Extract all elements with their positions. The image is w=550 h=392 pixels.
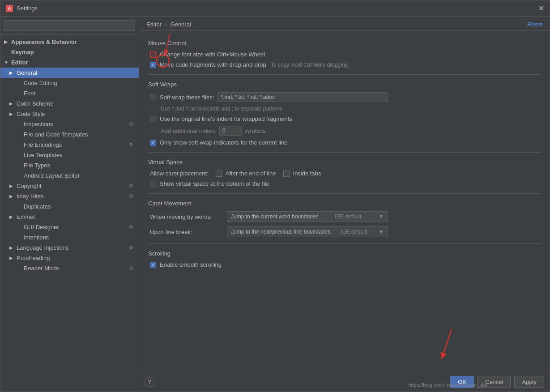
breadcrumb-separator: › bbox=[165, 21, 167, 28]
allow-caret-row: Allow caret placement: After the end of … bbox=[148, 170, 541, 177]
help-button[interactable]: ? bbox=[145, 377, 154, 387]
sidebar-item-editor[interactable]: ▼ Editor bbox=[0, 57, 139, 68]
checkbox-icon bbox=[150, 94, 156, 100]
sidebar-item-android-layout-editor[interactable]: Android Layout Editor bbox=[0, 170, 139, 181]
scrolling-title: Scrolling bbox=[148, 250, 541, 257]
settings-badge-icon: ⚙ bbox=[129, 121, 133, 127]
upon-line-dropdown[interactable]: Jump to the next/previous line boundarie… bbox=[227, 226, 388, 237]
change-font-size-row: Change font size with Ctrl+Mouse Wheel bbox=[148, 51, 541, 58]
chevron-down-icon: ▼ bbox=[379, 229, 384, 235]
when-moving-row: When moving by words: Jump to the curren… bbox=[148, 211, 541, 222]
checkbox-icon bbox=[216, 170, 222, 177]
soft-wrap-input[interactable] bbox=[217, 92, 388, 102]
settings-window: A Settings ✕ ▶ Appearance & Behavior Key… bbox=[0, 0, 550, 392]
close-button[interactable]: ✕ bbox=[538, 4, 544, 13]
when-moving-label: When moving by words: bbox=[150, 213, 222, 220]
sidebar-item-language-injections[interactable]: ▶ Language Injections ⚙ bbox=[0, 243, 139, 253]
sidebar-item-label: Language Injections bbox=[17, 244, 68, 251]
soft-wrap-files-checkbox[interactable]: Soft-wrap these files: bbox=[150, 94, 214, 101]
divider bbox=[148, 243, 541, 244]
sidebar-item-inlay-hints[interactable]: ▶ Inlay Hints ⚙ bbox=[0, 191, 139, 201]
sidebar-item-duplicates[interactable]: Duplicates bbox=[0, 201, 139, 212]
checkbox-icon bbox=[150, 62, 156, 68]
show-virtual-checkbox[interactable]: Show virtual space at the bottom of the … bbox=[150, 180, 269, 187]
settings-badge-icon: ⚙ bbox=[129, 193, 133, 199]
sidebar-item-code-style[interactable]: ▶ Code Style bbox=[0, 109, 139, 119]
checkbox-icon bbox=[150, 262, 156, 268]
when-moving-ide-hint: IDE default bbox=[335, 213, 361, 220]
sidebar-item-label: Proofreading bbox=[17, 255, 50, 261]
annotation-arrow-ok bbox=[434, 329, 460, 365]
url-bar: https://blog.csdn.net/yerenyuan_pku bbox=[408, 382, 487, 388]
search-input[interactable] bbox=[4, 20, 135, 31]
sidebar-item-gui-designer[interactable]: GUI Designer ⚙ bbox=[0, 222, 139, 232]
sidebar-item-reader-mode[interactable]: Reader Mode ⚙ bbox=[0, 263, 139, 273]
main-content: ▶ Appearance & Behavior Keymap ▼ Editor … bbox=[0, 17, 550, 392]
indent-input[interactable] bbox=[219, 126, 242, 136]
sidebar-item-intentions[interactable]: Intentions bbox=[0, 232, 139, 243]
panel-body: Mouse Control Change font size with Ctrl… bbox=[139, 31, 550, 372]
sidebar-item-proofreading[interactable]: ▶ Proofreading bbox=[0, 253, 139, 263]
inside-tabs-checkbox[interactable]: Inside tabs bbox=[283, 170, 321, 177]
sidebar-item-code-editing[interactable]: Code Editing bbox=[0, 78, 139, 88]
chevron-icon: ▶ bbox=[9, 70, 15, 75]
after-end-checkbox[interactable]: After the end of line bbox=[216, 170, 276, 177]
sidebar: ▶ Appearance & Behavior Keymap ▼ Editor … bbox=[0, 17, 139, 392]
original-indent-checkbox[interactable]: Use the original line's indent for wrapp… bbox=[150, 115, 292, 122]
sidebar-item-label: Font bbox=[24, 90, 35, 97]
breadcrumb-parent: Editor bbox=[146, 21, 162, 28]
soft-wrap-indicators-checkbox[interactable]: Only show soft-wrap indicators for the c… bbox=[150, 139, 287, 146]
move-code-checkbox[interactable]: Move code fragments with drag-and-drop bbox=[150, 61, 266, 68]
svg-line-2 bbox=[443, 329, 452, 356]
sidebar-item-color-scheme[interactable]: ▶ Color Scheme bbox=[0, 98, 139, 109]
smooth-scrolling-row: Enable smooth scrolling bbox=[148, 261, 541, 268]
sidebar-item-label: Reader Mode bbox=[24, 265, 59, 272]
settings-badge-icon: ⚙ bbox=[129, 142, 133, 148]
sidebar-item-file-encodings[interactable]: File Encodings ⚙ bbox=[0, 140, 139, 150]
chevron-icon: ▶ bbox=[4, 39, 9, 44]
sidebar-item-keymap[interactable]: Keymap bbox=[0, 47, 139, 57]
sidebar-item-label: Keymap bbox=[11, 49, 34, 55]
allow-caret-label: Allow caret placement: bbox=[150, 170, 209, 177]
apply-button[interactable]: Apply bbox=[514, 376, 544, 388]
sidebar-item-label: GUI Designer bbox=[24, 224, 59, 230]
sidebar-item-copyright[interactable]: ▶ Copyright ⚙ bbox=[0, 181, 139, 191]
checkbox-icon bbox=[150, 116, 156, 122]
reset-button[interactable]: Reset bbox=[527, 21, 542, 28]
smooth-scrolling-label: Enable smooth scrolling bbox=[160, 261, 222, 268]
soft-wraps-title: Soft Wraps bbox=[148, 81, 541, 88]
change-font-size-checkbox[interactable]: Change font size with Ctrl+Mouse Wheel bbox=[150, 51, 265, 58]
chevron-icon: ▶ bbox=[9, 214, 15, 219]
when-moving-value: Jump to the current word boundaries bbox=[231, 213, 318, 220]
sidebar-item-emmet[interactable]: ▶ Emmet bbox=[0, 212, 139, 222]
panel-header: Editor › General Reset bbox=[139, 17, 550, 31]
move-code-row: Move code fragments with drag-and-drop T… bbox=[148, 61, 541, 68]
sidebar-item-appearance[interactable]: ▶ Appearance & Behavior bbox=[0, 37, 139, 47]
upon-line-value: Jump to the next/previous line boundarie… bbox=[231, 229, 330, 235]
chevron-icon: ▶ bbox=[9, 183, 15, 188]
sidebar-item-font[interactable]: Font bbox=[0, 88, 139, 98]
sidebar-item-live-templates[interactable]: Live Templates bbox=[0, 150, 139, 160]
sidebar-item-label: File and Code Templates bbox=[24, 131, 88, 138]
sidebar-item-label: Intentions bbox=[24, 234, 49, 241]
chevron-icon: ▶ bbox=[9, 256, 15, 260]
when-moving-dropdown[interactable]: Jump to the current word boundaries IDE … bbox=[227, 211, 388, 222]
sidebar-item-file-code-templates[interactable]: File and Code Templates bbox=[0, 129, 139, 140]
indent-label: Add additional indent: bbox=[161, 128, 217, 134]
sidebar-item-label: File Encodings bbox=[24, 141, 62, 148]
sidebar-item-label: Emmet bbox=[17, 213, 35, 220]
smooth-scrolling-checkbox[interactable]: Enable smooth scrolling bbox=[150, 261, 222, 268]
upon-line-ide-hint: IDE default bbox=[341, 229, 367, 235]
sidebar-item-file-types[interactable]: File Types bbox=[0, 160, 139, 170]
nav-tree: ▶ Appearance & Behavior Keymap ▼ Editor … bbox=[0, 35, 139, 392]
app-icon: A bbox=[6, 5, 13, 12]
soft-wrap-hint: Use * and ? as wildcards and ; to separa… bbox=[148, 106, 541, 112]
sidebar-item-general[interactable]: ▶ General bbox=[0, 68, 139, 78]
sidebar-item-inspections[interactable]: Inspections ⚙ bbox=[0, 119, 139, 129]
upon-line-row: Upon line break: Jump to the next/previo… bbox=[148, 226, 541, 237]
caret-movement-title: Caret Movement bbox=[148, 200, 541, 207]
sidebar-item-label: Inspections bbox=[24, 121, 53, 128]
sidebar-item-label: Code Editing bbox=[24, 80, 57, 86]
checkbox-icon bbox=[150, 140, 156, 146]
window-title: Settings bbox=[17, 5, 538, 12]
